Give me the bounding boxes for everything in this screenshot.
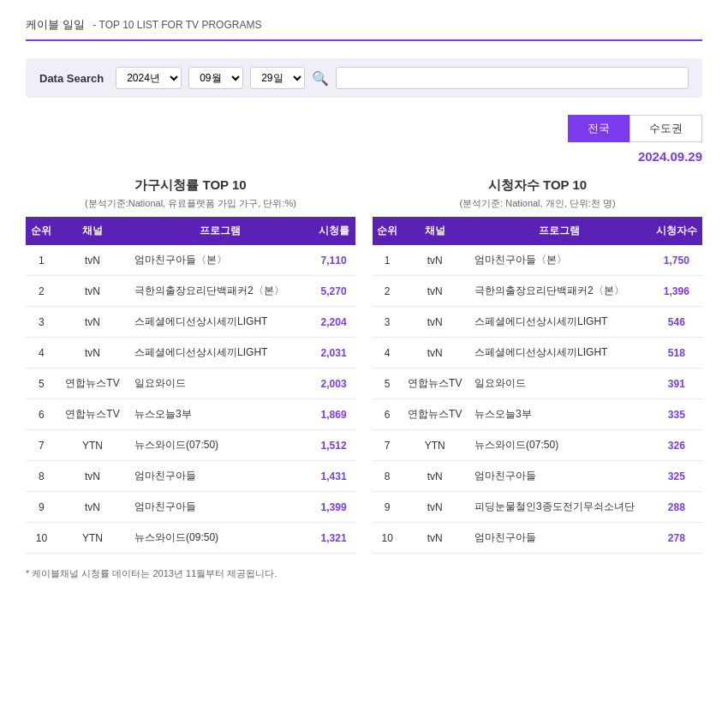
channel: YTN	[57, 523, 128, 554]
rating-value: 1,512	[312, 430, 355, 461]
table-row: 7 YTN 뉴스와이드(07:50) 326	[373, 430, 702, 461]
rank: 7	[373, 430, 402, 461]
rank: 10	[373, 523, 402, 554]
table1-col-rank: 순위	[26, 217, 57, 245]
channel: tvN	[402, 338, 468, 368]
program: 일요와이드	[128, 368, 312, 399]
rating-value: 5,270	[312, 276, 355, 307]
program: 스페셜에디선상시세끼LIGHT	[468, 307, 651, 338]
table2-col-channel: 채널	[402, 217, 468, 245]
rank: 8	[373, 461, 402, 492]
table2-col-value: 시청자수	[651, 217, 702, 245]
viewer-value: 1,396	[651, 276, 702, 307]
page-header: 케이블 일일 - TOP 10 LIST FOR TV PROGRAMS	[26, 17, 702, 41]
table1-header-row: 순위 채널 프로그램 시청률	[26, 217, 355, 245]
year-select[interactable]: 2024년	[116, 67, 182, 89]
search-bar: Data Search 2024년 09월 29일 🔍	[26, 58, 702, 98]
rank: 5	[26, 368, 57, 399]
table-row: 4 tvN 스페셜에디선상시세끼LIGHT 2,031	[26, 338, 355, 368]
program: 뉴스오늘3부	[128, 399, 312, 430]
rating-value: 2,204	[312, 307, 355, 338]
program: 엄마친구아들	[468, 523, 651, 554]
tables-container: 가구시청률 TOP 10 (분석기준:National, 유료플랫폼 가입 가구…	[26, 177, 702, 554]
page-title: 케이블 일일 - TOP 10 LIST FOR TV PROGRAMS	[26, 18, 261, 31]
viewer-value: 288	[651, 492, 702, 523]
table-row: 9 tvN 엄마친구아들 1,399	[26, 492, 355, 523]
rank: 7	[26, 430, 57, 461]
table1-subtitle: (분석기준:National, 유료플랫폼 가입 가구, 단위:%)	[26, 197, 355, 210]
viewer-value: 325	[651, 461, 702, 492]
program: 뉴스오늘3부	[468, 399, 651, 430]
table2-col-rank: 순위	[373, 217, 402, 245]
region-buttons: 전국 수도권	[26, 115, 702, 142]
channel: tvN	[402, 461, 468, 492]
rating-value: 1,399	[312, 492, 355, 523]
channel: tvN	[402, 523, 468, 554]
rank: 2	[26, 276, 57, 307]
rating-value: 1,869	[312, 399, 355, 430]
rank: 4	[373, 338, 402, 368]
rank: 1	[373, 245, 402, 276]
program: 엄마친구아들	[128, 461, 312, 492]
table-row: 7 YTN 뉴스와이드(07:50) 1,512	[26, 430, 355, 461]
metropolitan-button[interactable]: 수도권	[630, 115, 702, 142]
rating-value: 1,431	[312, 461, 355, 492]
table-row: 1 tvN 엄마친구아들〈본〉 7,110	[26, 245, 355, 276]
table1-col-value: 시청률	[312, 217, 355, 245]
program: 스페셜에디선상시세끼LIGHT	[128, 338, 312, 368]
table2-header-row: 순위 채널 프로그램 시청자수	[373, 217, 702, 245]
search-input[interactable]	[336, 67, 689, 89]
footer-note: * 케이블채널 시청률 데이터는 2013년 11월부터 제공됩니다.	[26, 567, 702, 580]
program: 뉴스와이드(09:50)	[128, 523, 312, 554]
rank: 3	[373, 307, 402, 338]
table-row: 4 tvN 스페셜에디선상시세끼LIGHT 518	[373, 338, 702, 368]
program: 엄마친구아들	[468, 461, 651, 492]
program: 일요와이드	[468, 368, 651, 399]
rating-value: 1,321	[312, 523, 355, 554]
viewer-value: 1,750	[651, 245, 702, 276]
channel: YTN	[402, 430, 468, 461]
channel: tvN	[57, 307, 128, 338]
table-row: 5 연합뉴스TV 일요와이드 391	[373, 368, 702, 399]
day-select[interactable]: 29일	[250, 67, 305, 89]
rank: 3	[26, 307, 57, 338]
table2-title: 시청자수 TOP 10	[373, 177, 702, 194]
channel: tvN	[57, 338, 128, 368]
table2-col-program: 프로그램	[468, 217, 651, 245]
program: 뉴스와이드(07:50)	[468, 430, 651, 461]
rank: 6	[26, 399, 57, 430]
rank: 4	[26, 338, 57, 368]
table-row: 2 tvN 극한의출장요리단백패커2〈본〉 1,396	[373, 276, 702, 307]
viewer-value: 518	[651, 338, 702, 368]
rank: 10	[26, 523, 57, 554]
viewer-value: 278	[651, 523, 702, 554]
rank: 5	[373, 368, 402, 399]
household-rating-table: 순위 채널 프로그램 시청률 1 tvN 엄마친구아들〈본〉 7,110 2 t…	[26, 217, 355, 554]
channel: tvN	[402, 492, 468, 523]
channel: tvN	[57, 492, 128, 523]
table-row: 5 연합뉴스TV 일요와이드 2,003	[26, 368, 355, 399]
table-row: 6 연합뉴스TV 뉴스오늘3부 1,869	[26, 399, 355, 430]
date-display: 2024.09.29	[26, 149, 702, 164]
channel: tvN	[57, 245, 128, 276]
rank: 2	[373, 276, 402, 307]
search-button[interactable]: 🔍	[312, 70, 329, 87]
table-row: 1 tvN 엄마친구아들〈본〉 1,750	[373, 245, 702, 276]
month-select[interactable]: 09월	[188, 67, 243, 89]
viewer-count-section: 시청자수 TOP 10 (분석기준: National, 개인, 단위:천 명)…	[373, 177, 702, 554]
channel: YTN	[57, 430, 128, 461]
channel: tvN	[57, 276, 128, 307]
program: 극한의출장요리단백패커2〈본〉	[128, 276, 312, 307]
household-rating-section: 가구시청률 TOP 10 (분석기준:National, 유료플랫폼 가입 가구…	[26, 177, 355, 554]
rank: 9	[26, 492, 57, 523]
channel: 연합뉴스TV	[57, 399, 128, 430]
viewer-count-table: 순위 채널 프로그램 시청자수 1 tvN 엄마친구아들〈본〉 1,750 2 …	[373, 217, 702, 554]
program: 뉴스와이드(07:50)	[128, 430, 312, 461]
program: 피딩눈물철인3종도전기무쇠소녀단	[468, 492, 651, 523]
table-row: 8 tvN 엄마친구아들 1,431	[26, 461, 355, 492]
table1-title: 가구시청률 TOP 10	[26, 177, 355, 194]
national-button[interactable]: 전국	[568, 115, 630, 142]
channel: tvN	[57, 461, 128, 492]
viewer-value: 326	[651, 430, 702, 461]
channel: 연합뉴스TV	[57, 368, 128, 399]
